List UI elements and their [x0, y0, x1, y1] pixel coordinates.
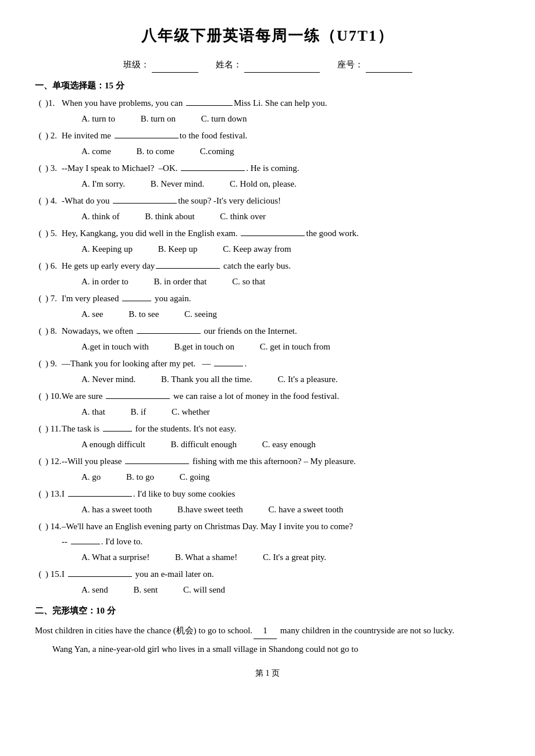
fill-blank1[interactable]: 1 [254, 623, 277, 639]
q12-line: ( ) 12. --Will you please fishing with m… [35, 454, 500, 469]
q11-num: ) 11. [45, 421, 62, 437]
q2-optC: C.coming [200, 144, 234, 159]
q3-optB: B. Never mind. [151, 176, 204, 192]
q7-text: I'm very pleased you again. [62, 291, 191, 306]
q1-text: When you have problems, you can Miss Li.… [62, 95, 327, 111]
q14-paren: ( [35, 519, 45, 534]
q11-options: A enough difficult B. difficult enough C… [35, 437, 500, 452]
q15-blank[interactable] [68, 576, 132, 577]
q5-optA: A. Keeping up [81, 241, 133, 257]
q14-optA: A. What a surprise! [81, 550, 149, 565]
q7-paren: ( [35, 291, 45, 306]
q1-blank[interactable] [186, 105, 233, 106]
q14-text2: -- . I'd love to. [62, 537, 142, 546]
q4-paren: ( [35, 193, 45, 209]
question-2: ( ) 2. He invited me to the food festiva… [35, 128, 500, 159]
q1-num: )1. [45, 95, 62, 111]
q13-optB: B.have sweet teeth [177, 502, 243, 518]
q6-paren: ( [35, 258, 45, 274]
fill-para1: Most children in cities have the chance … [35, 623, 500, 639]
q9-options: A. Never mind. B. Thank you all the time… [35, 372, 500, 387]
q8-num: ) 8. [45, 323, 62, 339]
q15-options: A. send B. sent C. will send [35, 582, 500, 598]
q2-options: A. come B. to come C.coming [35, 144, 500, 159]
q5-text: Hey, Kangkang, you did well in the Engli… [62, 226, 359, 241]
q14-blank[interactable] [71, 544, 100, 544]
q12-text: --Will you please fishing with me this a… [62, 454, 356, 469]
q10-blank[interactable] [106, 398, 170, 399]
q8-options: A.get in touch with B.get in touch on C.… [35, 339, 500, 355]
q4-blank[interactable] [113, 203, 177, 204]
q2-paren: ( [35, 128, 45, 144]
q14-optB: B. What a shame! [175, 550, 237, 565]
q3-text: --May I speak to Michael? –OK. . He is c… [62, 161, 299, 176]
q4-options: A. think of B. think about C. think over [35, 209, 500, 224]
q6-optC: C. so that [232, 274, 265, 290]
q4-text: -What do you the soup? -It's very delici… [62, 193, 281, 209]
q15-num: ) 15. [45, 566, 62, 582]
q10-line: ( ) 10. We are sure we can raise a lot o… [35, 388, 500, 404]
q7-blank[interactable] [122, 301, 151, 301]
question-5: ( ) 5. Hey, Kangkang, you did well in th… [35, 226, 500, 257]
q6-blank[interactable] [156, 268, 220, 269]
q2-line: ( ) 2. He invited me to the food festiva… [35, 128, 500, 144]
q12-num: ) 12. [45, 454, 62, 469]
q1-optB: B. turn on [141, 111, 176, 127]
q13-optA: A. has a sweet tooth [81, 502, 152, 518]
q14-num: ) 14. [45, 519, 62, 534]
q12-paren: ( [35, 454, 45, 469]
question-3: ( ) 3. --May I speak to Michael? –OK. . … [35, 161, 500, 192]
q13-blank[interactable] [68, 496, 132, 497]
q11-line: ( ) 11. The task is for the students. It… [35, 421, 500, 437]
q4-optC: C. think over [220, 209, 266, 224]
q2-blank[interactable] [115, 138, 179, 138]
q13-options: A. has a sweet tooth B.have sweet teeth … [35, 502, 500, 518]
q10-optB: B. if [131, 404, 147, 420]
question-6: ( ) 6. He gets up early every day catch … [35, 258, 500, 290]
q5-line: ( ) 5. Hey, Kangkang, you did well in th… [35, 226, 500, 241]
class-label: 班级： [123, 58, 149, 73]
q11-optC: C. easy enough [262, 437, 316, 452]
q5-num: ) 5. [45, 226, 62, 241]
q13-optC: C. have a sweet tooth [269, 502, 344, 518]
q9-paren: ( [35, 356, 45, 372]
q10-optA: A. that [81, 404, 105, 420]
q14-text: –We'll have an English evening party on … [62, 519, 353, 534]
q8-line: ( ) 8. Nowadays, we often our friends on… [35, 323, 500, 339]
q10-paren: ( [35, 388, 45, 404]
class-blank[interactable] [152, 57, 198, 73]
q9-line: ( ) 9. —Thank you for looking after my p… [35, 356, 500, 372]
q11-optA: A enough difficult [81, 437, 145, 452]
q12-blank[interactable] [125, 463, 189, 464]
q8-blank[interactable] [137, 333, 201, 334]
q5-optC: C. Keep away from [223, 241, 291, 257]
q15-text: I you an e-mail later on. [62, 566, 214, 582]
q4-line: ( ) 4. -What do you the soup? -It's very… [35, 193, 500, 209]
q6-optB: B. in order that [154, 274, 207, 290]
q13-line: ( ) 13. I . I'd like to buy some cookies [35, 486, 500, 502]
seat-blank[interactable] [366, 57, 412, 73]
q11-blank[interactable] [103, 431, 132, 432]
q4-optB: B. think about [145, 209, 194, 224]
q15-optC: C. will send [183, 582, 225, 598]
q8-optB: B.get in touch on [174, 339, 234, 355]
q3-optA: A. I'm sorry. [81, 176, 125, 192]
q7-line: ( ) 7. I'm very pleased you again. [35, 291, 500, 306]
q12-optA: A. go [81, 469, 101, 485]
name-blank[interactable] [244, 57, 320, 73]
q1-optC: C. turn down [201, 111, 247, 127]
q1-paren: ( [35, 95, 45, 111]
q9-blank[interactable] [214, 366, 243, 366]
q5-blank[interactable] [241, 236, 305, 236]
q8-paren: ( [35, 323, 45, 339]
page-title: 八年级下册英语每周一练（U7T1） [35, 23, 500, 49]
q10-optC: C. whether [172, 404, 210, 420]
q5-optB: B. Keep up [158, 241, 198, 257]
question-4: ( ) 4. -What do you the soup? -It's very… [35, 193, 500, 224]
section1-title: 一、单项选择题：15 分 [35, 79, 500, 94]
q12-options: A. go B. to go C. going [35, 469, 500, 485]
q3-blank[interactable] [181, 170, 245, 171]
question-11: ( ) 11. The task is for the students. It… [35, 421, 500, 452]
q8-text: Nowadays, we often our friends on the In… [62, 323, 297, 339]
q6-line: ( ) 6. He gets up early every day catch … [35, 258, 500, 274]
